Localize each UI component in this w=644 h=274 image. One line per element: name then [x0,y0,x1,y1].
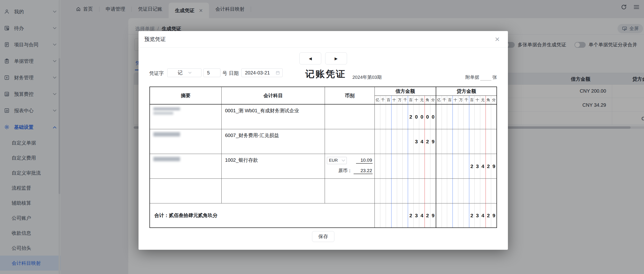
attach-label: 附单据 [466,74,479,81]
header-account: 会计科目 [222,87,325,104]
digit-cell [480,105,486,129]
digit-column-label: 百 [408,96,414,104]
attach-count-input[interactable] [480,76,492,81]
credit-digit-labels: 亿千百十万千百十元角分 [436,96,496,104]
digit-cell: 9 [430,129,436,154]
voucher-row-1: 6007_财务费用-汇兑损益3429 [150,129,496,154]
summary-redacted [153,112,173,115]
digit-cell [414,154,419,178]
digit-cell [447,129,453,154]
digit-cell: 3 [414,129,419,154]
digit-cell [386,154,392,178]
save-button[interactable]: 保存 [312,231,334,242]
digit-cell [375,203,380,227]
prev-voucher-button[interactable]: ◀ [300,52,321,64]
voucher-word-label: 凭证字 [149,70,164,77]
number-suffix-label: 号 [222,70,227,77]
cell-credit-amount [436,179,496,203]
digit-cell [397,154,403,178]
close-icon[interactable]: × [495,34,500,44]
chevron-down-icon [342,158,345,161]
digit-cell: 2 [408,203,414,227]
summary-redacted [153,157,180,161]
digit-cell [453,105,458,129]
cell-account: 6007_财务费用-汇兑损益 [222,129,325,154]
digit-cell [447,105,453,129]
digit-cell [491,179,496,203]
digit-cell [436,203,442,227]
digit-cell [469,179,475,203]
digit-cell: 2 [486,203,492,227]
header-summary: 摘要 [150,87,222,104]
digit-cell [469,129,475,154]
digit-cell: 0 [430,105,436,129]
digit-cell [375,129,380,154]
digit-cell: 0 [425,105,430,129]
digit-cell [491,105,496,129]
date-input[interactable]: 2024-03-21 [241,68,283,77]
digit-cell [436,179,442,203]
debit-digit-labels: 亿千百十万千百十元角分 [375,96,436,104]
cell-account: 1002_银行存款 [222,154,325,178]
voucher-number-input[interactable]: 5 [204,68,220,77]
digit-cell [386,179,392,203]
total-label: 合计：贰佰叁拾肆元贰角玖分 [150,203,375,227]
digit-column-label: 千 [464,96,469,104]
voucher-table-body: 0001_测 Wb01_有成财务测试企业200006007_财务费用-汇兑损益3… [150,105,496,203]
digit-cell [403,179,408,203]
digit-cell: 4 [419,203,425,227]
digit-cell: 9 [491,154,496,178]
digit-cell [392,203,397,227]
digit-cell [442,154,448,178]
cell-currency: EUR10.09原币：23.22 [325,154,375,178]
digit-cell [436,129,442,154]
digit-cell [403,154,408,178]
digit-cell [447,179,453,203]
digit-cell: 2 [486,154,492,178]
digit-cell: 4 [480,154,486,178]
digit-cell [442,105,448,129]
voucher-row-2: 1002_银行存款EUR10.09原币：23.2223429 [150,154,496,179]
digit-cell [453,203,458,227]
date-value: 2024-03-21 [245,70,270,76]
digit-cell [380,154,386,178]
digit-cell [392,129,397,154]
digit-cell [464,154,469,178]
cell-summary [150,179,222,203]
digit-cell [458,154,464,178]
voucher-word-select[interactable]: 记 [167,68,202,77]
voucher-total-row: 合计：贰佰叁拾肆元贰角玖分 23429 23429 [150,203,496,227]
digit-cell [447,203,453,227]
digit-cell: 0 [419,105,425,129]
cell-currency [325,129,375,154]
digit-cell [397,179,403,203]
digit-cell [403,203,408,227]
digit-cell [419,154,425,178]
digit-cell [380,129,386,154]
digit-cell [458,179,464,203]
digit-cell [453,179,458,203]
digit-column-label: 千 [403,96,408,104]
digit-cell: 3 [474,203,480,227]
digit-cell [442,129,448,154]
digit-cell [436,154,442,178]
original-currency-label: 原币： [338,167,352,174]
digit-cell [392,154,397,178]
voucher-table: 摘要 会计科目 币别 借方金额 亿千百十万千百十元角分 贷方金额 亿千百十万千百… [150,87,497,228]
currency-select[interactable]: EUR [327,157,347,164]
next-voucher-button[interactable]: ▶ [325,52,347,64]
cell-summary [150,154,222,178]
digit-cell: 0 [414,105,419,129]
digit-column-label: 十 [474,96,480,104]
digit-column-label: 分 [491,96,496,104]
app-screen: 我的待办项目与合同单据管理¥财务管理¥预算费控报表中心基础设置自定义单据自定义费… [0,0,644,274]
exchange-rate-input[interactable]: 10.09 [356,158,372,164]
digit-cell [474,129,480,154]
voucher-word-value: 记 [178,70,182,76]
digit-cell: 2 [469,154,475,178]
digit-cell: 9 [430,203,436,227]
digit-column-label: 百 [447,96,453,104]
digit-cell [386,105,392,129]
digit-column-label: 百 [386,96,392,104]
original-amount-input[interactable]: 23.22 [354,168,372,174]
